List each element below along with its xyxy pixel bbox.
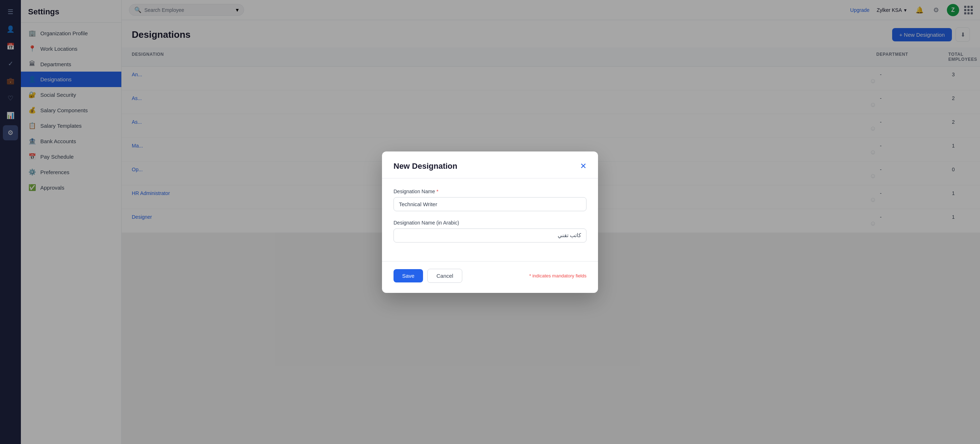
modal-overlay[interactable]: New Designation ✕ Designation Name * Des… (0, 0, 980, 444)
cancel-button[interactable]: Cancel (427, 269, 462, 283)
designation-name-input[interactable] (393, 197, 587, 211)
designation-arabic-input[interactable] (393, 228, 587, 243)
modal-footer: Save Cancel * indicates mandatory fields (382, 261, 598, 293)
mandatory-note: * indicates mandatory fields (466, 273, 587, 279)
save-button[interactable]: Save (393, 269, 423, 282)
designation-name-group: Designation Name * (393, 189, 587, 211)
new-designation-modal: New Designation ✕ Designation Name * Des… (382, 151, 598, 293)
modal-title: New Designation (393, 162, 457, 171)
modal-body: Designation Name * Designation Name (in … (382, 178, 598, 261)
designation-name-label: Designation Name * (393, 189, 587, 194)
modal-close-button[interactable]: ✕ (580, 162, 587, 170)
modal-header: New Designation ✕ (382, 151, 598, 178)
designation-arabic-label: Designation Name (in Arabic) (393, 220, 587, 225)
designation-arabic-group: Designation Name (in Arabic) (393, 220, 587, 243)
required-asterisk: * (436, 189, 438, 194)
